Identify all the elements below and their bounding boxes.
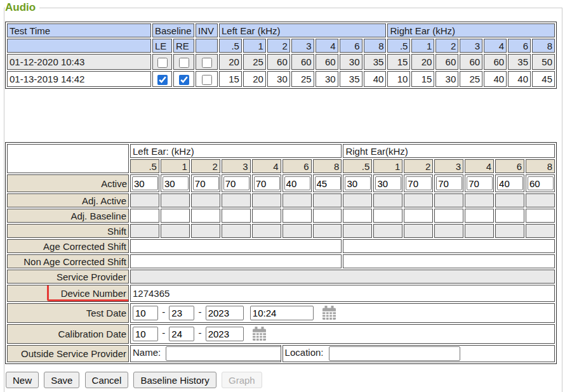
test-date-year-input[interactable] [206,306,244,320]
graph-button: Graph [222,372,262,388]
freq-header: 4 [252,159,281,173]
date-separator: - [162,306,165,317]
active-threshold-input[interactable] [436,176,462,190]
date-separator: - [199,306,202,317]
freq-header: 8 [313,159,342,173]
threshold-cell: 45 [532,71,555,87]
active-threshold-input[interactable] [193,176,219,190]
re-baseline-checkbox[interactable] [179,58,189,68]
outside-service-provider-row: Outside Service Provider Name: Location: [7,345,555,362]
freq-header: 3 [460,39,482,53]
calibration-date-day-input[interactable] [169,327,194,341]
threshold-cell: 15 [411,71,434,87]
col-header-le: LE [152,39,172,53]
inv-checkbox[interactable] [202,75,212,85]
audio-section-title: Audio [5,1,39,14]
threshold-cell: 20 [411,54,434,70]
freq-header: 1 [161,159,190,173]
active-threshold-input[interactable] [132,176,158,190]
test-time-input[interactable] [250,306,314,320]
le-baseline-checkbox[interactable] [157,75,168,85]
audio-section: Audio Test Time Baseline INV Left Ear (k… [4,1,562,392]
non-age-corrected-shift-row: Non Age Corrected Shift [7,254,555,268]
action-button-bar: New Save Cancel Baseline History Graph [6,372,562,388]
threshold-cell: 10 [387,71,410,87]
active-threshold-input[interactable] [315,176,341,190]
freq-header: 8 [532,39,555,53]
le-baseline-cell [152,71,172,87]
row-label-age-corrected-shift: Age Corrected Shift [7,239,129,253]
inv-cell [196,71,218,87]
calibration-date-year-input[interactable] [206,327,244,341]
row-label-test-date: Test Date [7,303,129,323]
audiogram-history-table: Test Time Baseline INV Left Ear (kHz) Ri… [5,22,557,89]
threshold-cell: 30 [340,54,362,70]
blank-corner-cell [7,144,129,173]
threshold-cell: 30 [267,71,290,87]
row-label-shift: Shift [7,224,129,238]
test-time-cell: 01-13-2019 14:42 [7,71,151,87]
device-number-row: Device Number 1274365 [7,285,555,302]
active-threshold-input[interactable] [223,176,249,190]
freq-header: 8 [526,159,555,173]
col-header-re: RE [173,39,194,53]
test-date-day-input[interactable] [169,306,194,320]
row-label-non-age-corrected-shift: Non Age Corrected Shift [7,254,129,268]
le-baseline-checkbox[interactable] [157,58,168,68]
calendar-icon[interactable] [321,305,337,321]
device-number-value: 1274365 [130,285,555,302]
freq-header: 2 [191,159,220,173]
active-threshold-input[interactable] [497,176,523,190]
threshold-cell: 20 [219,54,242,70]
active-threshold-input[interactable] [467,176,493,190]
active-threshold-input[interactable] [345,176,371,190]
calibration-date-month-input[interactable] [133,327,158,341]
active-threshold-input[interactable] [528,176,554,190]
row-label-calibration-date: Calibration Date [7,324,129,344]
calendar-icon[interactable] [251,326,267,342]
freq-header: 3 [222,159,251,173]
freq-header: 4 [484,39,507,53]
freq-header: 6 [282,159,312,173]
date-separator: - [162,327,165,338]
left-ear-group-header: Left Ear: (kHz) [130,144,342,158]
threshold-cell: 20 [243,71,266,87]
threshold-cell: 40 [364,71,387,87]
provider-location-input[interactable] [329,346,460,361]
freq-header: 4 [316,39,338,53]
active-threshold-input[interactable] [284,176,310,190]
col-header-inv: INV [196,23,218,37]
test-date-row: Test Date - - [7,303,555,323]
re-baseline-checkbox[interactable] [179,75,189,85]
threshold-cell: 15 [219,71,242,87]
new-button[interactable]: New [6,372,39,388]
threshold-cell: 50 [532,54,555,70]
provider-name-input[interactable] [166,346,281,361]
active-threshold-input[interactable] [254,176,280,190]
row-label-service-provider: Service Provider [7,270,129,284]
freq-header: .5 [343,159,372,173]
freq-header: 1 [373,159,402,173]
active-threshold-input[interactable] [406,176,432,190]
active-threshold-input[interactable] [163,176,189,190]
test-date-month-input[interactable] [133,306,158,320]
threshold-cell: 25 [243,54,266,70]
active-row: Active [7,174,555,192]
inv-checkbox[interactable] [202,58,212,68]
freq-header: 8 [364,39,387,53]
baseline-history-button[interactable]: Baseline History [133,372,216,388]
cancel-button[interactable]: Cancel [85,372,129,388]
age-corrected-shift-row: Age Corrected Shift [7,239,555,253]
current-header-row: Left Ear: (kHz) Right Ear(kHz) [7,144,555,158]
save-button[interactable]: Save [44,372,79,388]
freq-header: 2 [267,39,290,53]
col-header-right-ear: Right Ear (kHz) [387,23,555,37]
test-row-2020: 01-12-2020 10:43 20 25 60 60 60 30 35 15… [7,54,555,70]
freq-header: 3 [434,159,463,173]
threshold-cell: 30 [435,71,458,87]
le-baseline-cell [152,54,172,70]
freq-header: .5 [387,39,410,53]
threshold-cell: 30 [316,71,338,87]
name-label: Name: [133,347,161,358]
active-threshold-input[interactable] [375,176,401,190]
